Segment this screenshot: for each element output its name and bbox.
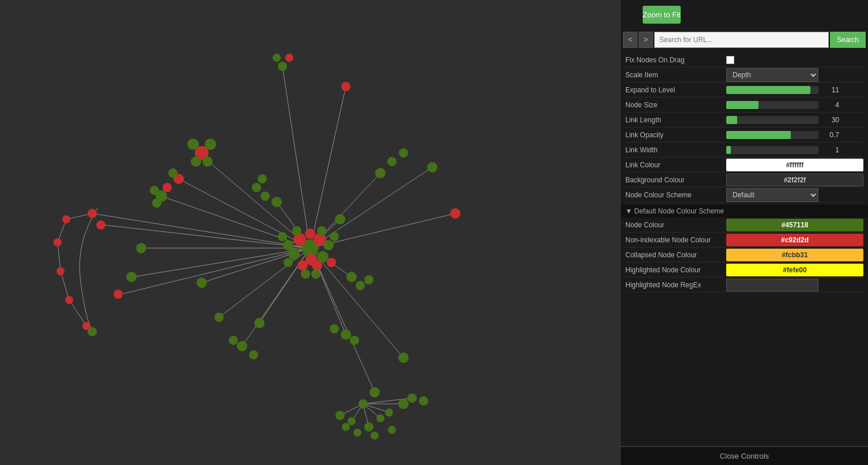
bg-colour-row: Background Colour #2f2f2f	[625, 172, 863, 187]
svg-point-58	[285, 54, 293, 62]
highlighted-regex-label: Highlighted Node RegEx	[625, 281, 726, 289]
svg-point-95	[197, 278, 207, 288]
svg-point-118	[126, 272, 137, 282]
svg-point-91	[237, 341, 247, 351]
collapsed-colour-swatch[interactable]: #fcbb31	[726, 249, 863, 261]
node-size-label: Node Size	[625, 101, 726, 109]
svg-point-87	[341, 329, 351, 340]
close-controls-button[interactable]: Close Controls	[621, 447, 868, 465]
collapsed-colour-label: Collapsed Node Colour	[625, 251, 726, 259]
link-width-row: Link Width 1	[625, 142, 863, 158]
svg-point-109	[353, 429, 361, 437]
svg-point-85	[398, 352, 409, 363]
svg-point-61	[187, 138, 199, 150]
svg-point-52	[278, 232, 287, 241]
link-width-slider[interactable]	[726, 146, 818, 154]
link-length-value: 30	[822, 116, 839, 124]
node-size-value: 4	[822, 101, 839, 109]
graph-svg	[0, 0, 620, 465]
svg-point-67	[163, 183, 172, 192]
svg-point-83	[387, 157, 397, 166]
svg-point-48	[292, 226, 301, 235]
svg-point-98	[364, 275, 373, 284]
fix-nodes-label: Fix Nodes On Drag	[625, 56, 726, 64]
svg-point-77	[88, 327, 97, 336]
graph-canvas[interactable]	[0, 0, 620, 465]
nav-back-button[interactable]: <	[623, 32, 637, 48]
svg-point-100	[335, 411, 345, 420]
control-rows: Fix Nodes On Drag Scale Item Depth Expan…	[621, 50, 868, 205]
svg-point-97	[356, 281, 365, 290]
node-size-slider[interactable]	[726, 101, 818, 109]
svg-point-115	[252, 183, 261, 192]
zoom-to-fit-button[interactable]: Zoom to Fit	[643, 6, 681, 24]
fix-nodes-row: Fix Nodes On Drag	[625, 52, 863, 68]
svg-point-112	[271, 197, 282, 207]
default-node-section-header[interactable]: ▼ Default Node Colour Scheme	[621, 205, 868, 217]
svg-point-50	[284, 258, 293, 267]
link-opacity-row: Link Opacity 0.7	[625, 127, 863, 142]
svg-point-92	[249, 350, 258, 359]
svg-point-80	[450, 208, 461, 219]
svg-point-64	[202, 156, 213, 167]
fix-nodes-checkbox[interactable]	[726, 56, 734, 64]
svg-point-47	[305, 228, 315, 239]
default-node-section-label: ▼ Default Node Colour Scheme	[625, 207, 724, 215]
scale-item-label: Scale Item	[625, 71, 726, 79]
node-colour-rows: Node Colour #457118 Non-indexable Node C…	[621, 217, 868, 292]
search-row: < > Search	[621, 29, 868, 50]
svg-point-94	[214, 313, 224, 322]
svg-point-102	[364, 422, 373, 432]
svg-point-74	[56, 267, 65, 275]
expand-level-value: 11	[822, 86, 839, 94]
svg-point-110	[371, 432, 379, 440]
node-colour-scheme-select[interactable]: Default	[726, 188, 818, 202]
highlighted-regex-row: Highlighted Node RegEx	[625, 278, 863, 292]
link-opacity-value: 0.7	[822, 131, 839, 139]
link-colour-swatch[interactable]: #ffffff	[726, 159, 863, 171]
svg-point-72	[88, 209, 97, 218]
svg-point-114	[261, 192, 270, 201]
search-button[interactable]: Search	[830, 32, 866, 48]
node-size-row: Node Size 4	[625, 97, 863, 112]
link-length-slider[interactable]	[726, 116, 818, 124]
svg-point-45	[283, 240, 293, 250]
svg-point-78	[96, 220, 105, 230]
link-width-value: 1	[822, 146, 839, 154]
svg-point-93	[229, 336, 238, 345]
svg-point-86	[369, 387, 380, 397]
node-colour-swatch[interactable]: #457118	[726, 219, 863, 231]
highlighted-regex-input[interactable]	[726, 279, 818, 291]
svg-point-51	[327, 258, 336, 267]
link-opacity-label: Link Opacity	[625, 131, 726, 139]
svg-point-79	[114, 290, 123, 299]
svg-point-104	[385, 408, 393, 417]
svg-point-106	[407, 393, 417, 403]
link-opacity-slider[interactable]	[726, 131, 818, 139]
highlighted-colour-swatch[interactable]: #fefe00	[726, 264, 863, 276]
svg-point-96	[346, 272, 357, 282]
svg-point-70	[152, 198, 161, 208]
svg-point-113	[335, 214, 345, 224]
expand-level-slider[interactable]	[726, 86, 818, 94]
link-colour-row: Link Colour #ffffff	[625, 158, 863, 172]
non-indexable-colour-row: Non-indexable Node Colour #c92d2d	[625, 232, 863, 247]
svg-point-105	[398, 399, 409, 409]
node-colour-scheme-label: Node Colour Scheme	[625, 191, 726, 199]
svg-point-90	[254, 318, 265, 328]
svg-point-116	[258, 174, 267, 183]
svg-point-43	[297, 260, 308, 271]
svg-point-62	[205, 138, 216, 150]
scale-item-select[interactable]: Depth	[726, 68, 818, 82]
svg-point-101	[348, 417, 356, 425]
link-colour-label: Link Colour	[625, 161, 726, 169]
search-input[interactable]	[654, 32, 829, 48]
bg-colour-swatch[interactable]: #2f2f2f	[726, 174, 863, 186]
nav-forward-button[interactable]: >	[639, 32, 653, 48]
non-indexable-colour-swatch[interactable]: #c92d2d	[726, 234, 863, 246]
highlighted-colour-row: Highlighted Node Colour #fefe00	[625, 262, 863, 278]
link-length-row: Link Length 30	[625, 112, 863, 127]
svg-point-73	[54, 238, 62, 246]
link-length-label: Link Length	[625, 116, 726, 124]
svg-point-63	[191, 156, 201, 167]
